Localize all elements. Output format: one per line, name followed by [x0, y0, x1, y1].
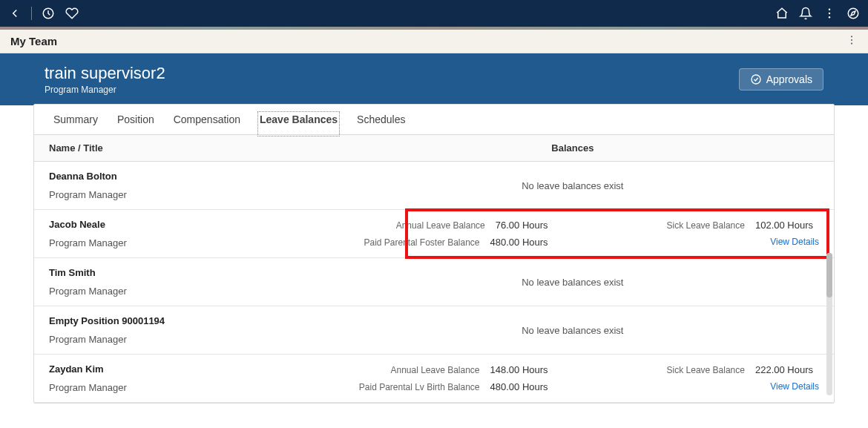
tab-leave-balances[interactable]: Leave Balances	[260, 113, 338, 134]
balance-label: Annual Leave Balance	[390, 365, 479, 375]
page-title: My Team	[10, 35, 57, 47]
favorite-icon[interactable]	[65, 6, 79, 21]
approvals-button[interactable]: Approvals	[739, 68, 823, 90]
svg-point-8	[752, 75, 760, 84]
back-icon[interactable]	[7, 6, 22, 21]
balance-label: Sick Leave Balance	[667, 365, 745, 375]
balance-label: Sick Leave Balance	[667, 220, 745, 231]
tab-compensation[interactable]: Compensation	[174, 113, 240, 134]
balance-value: 148.00 Hours	[490, 364, 548, 375]
column-name: Name / Title	[49, 142, 326, 154]
table-row: Zaydan KimProgram ManagerAnnual Leave Ba…	[34, 355, 834, 403]
balance-label: Paid Parental Lv Birth Balance	[359, 382, 480, 392]
page-title-bar: My Team	[0, 30, 868, 53]
balance-value: 102.00 Hours	[755, 220, 813, 231]
employee-title: Program Manager	[49, 237, 326, 248]
balance-value: 222.00 Hours	[755, 364, 813, 375]
view-details-link[interactable]: View Details	[770, 381, 819, 392]
compass-icon[interactable]	[846, 6, 861, 21]
balance-value: 480.00 Hours	[490, 237, 548, 248]
svg-point-4	[848, 8, 858, 19]
table-row: Deanna BoltonProgram ManagerNo leave bal…	[34, 162, 834, 210]
employee-title: Program Manager	[49, 382, 326, 393]
balance-label: Annual Leave Balance	[396, 220, 485, 231]
table-header: Name / Title Balances	[34, 135, 834, 162]
tab-summary[interactable]: Summary	[53, 113, 98, 134]
home-icon[interactable]	[775, 6, 789, 21]
employee-title: Program Manager	[49, 189, 326, 200]
employee-name: Deanna Bolton	[49, 171, 326, 182]
employee-name: Zaydan Kim	[49, 363, 326, 375]
approvals-label: Approvals	[766, 73, 812, 85]
notifications-icon[interactable]	[798, 6, 813, 21]
content-card: SummaryPositionCompensationLeave Balance…	[33, 104, 835, 404]
no-balances-text: No leave balances exist	[326, 277, 819, 288]
employee-name: Tim Smith	[49, 267, 326, 278]
view-details-link[interactable]: View Details	[770, 237, 819, 247]
no-balances-text: No leave balances exist	[326, 180, 819, 191]
svg-point-2	[829, 13, 830, 14]
rows-container: Deanna BoltonProgram ManagerNo leave bal…	[34, 162, 834, 403]
no-balances-text: No leave balances exist	[326, 325, 819, 336]
svg-point-6	[851, 39, 852, 41]
employee-name: Jacob Neale	[49, 219, 326, 230]
employee-title: Program Manager	[49, 286, 326, 297]
employee-title: Program Manager	[49, 334, 326, 345]
scrollbar-thumb[interactable]	[826, 253, 832, 297]
tab-position[interactable]: Position	[117, 113, 154, 134]
employee-name: Empty Position 90001194	[49, 315, 326, 326]
table-row: Empty Position 90001194Program ManagerNo…	[34, 306, 834, 355]
table-row: Jacob NealeProgram ManagerAnnual Leave B…	[34, 210, 834, 258]
recent-icon[interactable]	[41, 6, 56, 21]
page-menu-icon[interactable]	[846, 34, 858, 48]
tabs: SummaryPositionCompensationLeave Balance…	[34, 105, 834, 135]
profile-header: train supervisor2 Program Manager Approv…	[0, 53, 868, 105]
balance-label: Paid Parental Foster Balance	[364, 237, 479, 248]
balance-value: 480.00 Hours	[490, 381, 548, 392]
supervisor-role: Program Manager	[45, 85, 165, 95]
balance-value: 76.00 Hours	[496, 220, 548, 231]
tab-schedules[interactable]: Schedules	[357, 113, 405, 134]
svg-point-1	[829, 9, 830, 10]
svg-point-5	[851, 36, 852, 37]
svg-point-7	[851, 43, 852, 45]
svg-point-3	[829, 16, 830, 18]
supervisor-name: train supervisor2	[45, 64, 165, 83]
kebab-menu-icon[interactable]	[822, 6, 837, 21]
check-circle-icon	[750, 73, 762, 85]
column-balances: Balances	[326, 142, 819, 154]
table-row: Tim SmithProgram ManagerNo leave balance…	[34, 258, 834, 306]
top-nav-bar	[0, 0, 868, 27]
accent-strip	[0, 27, 868, 30]
